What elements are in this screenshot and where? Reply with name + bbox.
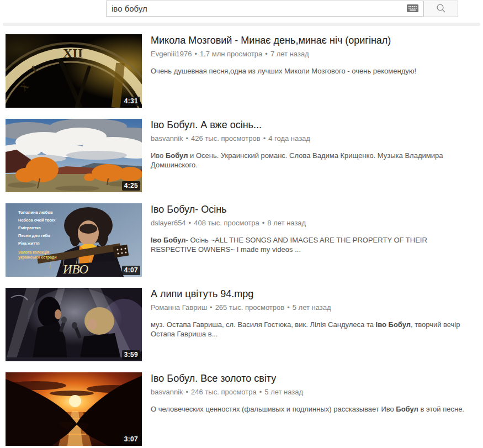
upload-age: 8 лет назад — [267, 219, 306, 227]
album-song-title: Тополина любов — [18, 210, 53, 215]
meta-separator: • — [259, 388, 262, 396]
video-description: Очень душевная песня,одна из лучших Мико… — [151, 66, 470, 76]
video-meta: Романна Гавриш•265 тыс. просмотров•5 лет… — [151, 303, 470, 312]
duet-stage-thumbnail-art — [6, 288, 142, 361]
upload-age: 5 лет назад — [293, 303, 331, 312]
view-count: 408 тыс. просмотра — [194, 219, 259, 227]
description-text: О человеческих ценностях (фальшивых и по… — [151, 405, 396, 413]
meta-separator: • — [263, 134, 266, 143]
video-meta: basvannik•246 тыс. просмотра•5 лет назад — [151, 388, 470, 396]
description-text: - Осінь ~ALL THE SONGS AND IMAGES ARE TH… — [151, 236, 427, 254]
album-collection-label: Золота колекція — [18, 250, 49, 255]
view-count: 1,7 млн просмотра — [200, 50, 262, 58]
video-title[interactable]: Микола Мозговий - Минає день,минає ніч (… — [151, 34, 470, 46]
channel-link[interactable]: basvannik — [151, 388, 183, 396]
video-info: Микола Мозговий - Минає день,минає ніч (… — [151, 34, 470, 108]
duration-badge: 4:31 — [122, 97, 140, 106]
description-bold: Іво Бобул — [151, 236, 185, 244]
meta-separator: • — [186, 388, 189, 396]
channel-link[interactable]: Evgeniii1976 — [151, 50, 192, 58]
video-result-row: 3:59 А липи цвітуть 94.mpg Романна Гаври… — [6, 288, 483, 361]
video-thumbnail[interactable]: XII I X 4:31 — [6, 34, 142, 108]
clock-thumbnail-art: XII I X — [6, 34, 142, 108]
album-song-title: Небеса очей твоїх — [18, 218, 56, 223]
autumn-valley-thumbnail-art — [6, 119, 142, 192]
header-divider-band — [3, 23, 480, 26]
sunset-hands-thumbnail-art — [6, 372, 142, 446]
album-cover-thumbnail-art: Тополина любов Небеса очей твоїх Емігран… — [6, 203, 142, 277]
search-results-list: XII I X 4:31 Микола Мозговий - Минає ден… — [6, 34, 483, 446]
svg-text:XII: XII — [63, 46, 83, 60]
meta-separator: • — [194, 50, 197, 58]
video-meta: dslayer654•408 тыс. просмотра•8 лет наза… — [151, 219, 470, 227]
video-info: Іво Бобул. А вже осінь... basvannik•426 … — [151, 119, 470, 192]
meta-separator: • — [287, 303, 290, 312]
video-thumbnail[interactable]: 4:25 — [6, 119, 142, 192]
album-collection-label: української естради — [18, 255, 57, 260]
video-title[interactable]: А липи цвітуть 94.mpg — [151, 288, 470, 300]
view-count: 426 тыс. просмотров — [191, 134, 261, 143]
album-song-title: Песни для тебя — [18, 233, 50, 238]
video-info: Іво Бобул- Осінь dslayer654•408 тыс. про… — [151, 203, 470, 277]
duration-badge: 4:25 — [122, 181, 140, 191]
video-title[interactable]: Іво Бобул. Все золото світу — [151, 372, 470, 384]
search-header — [0, 0, 483, 19]
video-description: О человеческих ценностях (фальшивых и по… — [151, 404, 470, 414]
description-text: Очень душевная песня,одна из лучших Мико… — [151, 67, 416, 75]
video-description: муз. Остапа Гавриша, сл. Василя Гостюка,… — [151, 320, 470, 339]
description-text: и Осень. Украинский романс. Слова Вадима… — [151, 151, 443, 169]
duration-badge: 3:07 — [122, 435, 140, 444]
video-description: Іво Бобул- Осінь ~ALL THE SONGS AND IMAG… — [151, 235, 470, 254]
upload-age: 5 лет назад — [264, 388, 303, 396]
meta-separator: • — [186, 134, 189, 143]
view-count: 246 тыс. просмотра — [191, 388, 257, 396]
description-text: в этой песне. — [418, 405, 464, 413]
meta-separator: • — [189, 219, 192, 227]
description-text: муз. Остапа Гавриша, сл. Василя Гостюка,… — [151, 320, 376, 329]
description-bold: Бобул — [396, 405, 418, 413]
video-thumbnail[interactable]: 3:59 — [6, 288, 142, 361]
album-song-title: Емігрантка — [18, 225, 41, 230]
album-artist-name: БОБУЛ — [45, 275, 91, 277]
video-info: Іво Бобул. Все золото світу basvannik•24… — [151, 372, 470, 446]
upload-age: 7 лет назад — [270, 50, 309, 58]
video-meta: Evgeniii1976•1,7 млн просмотра•7 лет наз… — [151, 50, 470, 58]
album-song-title: Ріка життя — [18, 241, 40, 246]
meta-separator: • — [210, 303, 213, 312]
video-title[interactable]: Іво Бобул- Осінь — [151, 203, 470, 215]
video-thumbnail[interactable]: Тополина любов Небеса очей твоїх Емігран… — [6, 203, 142, 277]
search-button[interactable] — [423, 1, 458, 17]
meta-separator: • — [262, 219, 265, 227]
video-title[interactable]: Іво Бобул. А вже осінь... — [151, 119, 470, 131]
video-result-row: 4:25 Іво Бобул. А вже осінь... basvannik… — [6, 119, 483, 192]
description-bold: Бобул — [166, 151, 188, 160]
view-count: 265 тыс. просмотров — [215, 303, 285, 312]
video-result-row: Тополина любов Небеса очей твоїх Емігран… — [6, 203, 483, 277]
duration-badge: 4:07 — [122, 266, 140, 275]
description-text: Иво — [151, 151, 166, 160]
search-input[interactable] — [106, 1, 423, 17]
description-bold: Іво Бобул — [376, 320, 411, 329]
upload-age: 4 года назад — [268, 134, 310, 143]
duration-badge: 3:59 — [122, 350, 140, 360]
video-description: Иво Бобул и Осень. Украинский романс. Сл… — [151, 151, 470, 170]
video-meta: basvannik•426 тыс. просмотров•4 года наз… — [151, 134, 470, 143]
video-info: А липи цвітуть 94.mpg Романна Гавриш•265… — [151, 288, 470, 361]
video-result-row: 3:07 Іво Бобул. Все золото світу basvann… — [6, 372, 483, 446]
video-thumbnail[interactable]: 3:07 — [6, 372, 142, 446]
keyboard-icon[interactable] — [407, 4, 418, 12]
channel-link[interactable]: Романна Гавриш — [151, 303, 207, 312]
video-result-row: XII I X 4:31 Микола Мозговий - Минає ден… — [6, 34, 483, 108]
magnifier-icon — [436, 3, 446, 15]
channel-link[interactable]: basvannik — [151, 134, 183, 143]
channel-link[interactable]: dslayer654 — [151, 219, 186, 227]
meta-separator: • — [265, 50, 268, 58]
